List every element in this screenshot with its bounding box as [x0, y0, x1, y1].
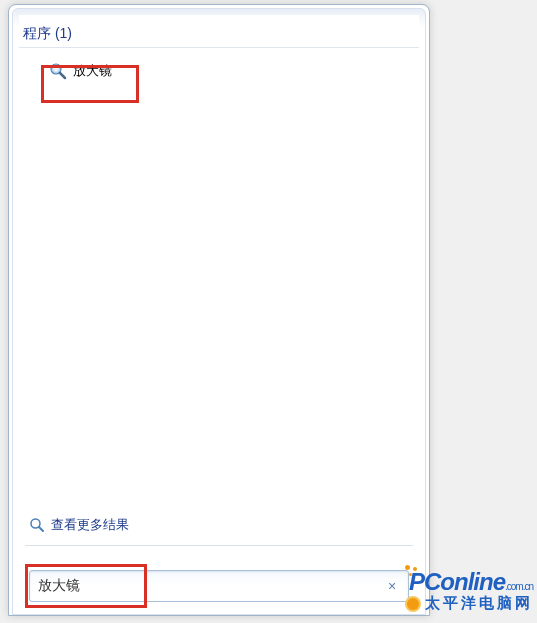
search-icon	[29, 517, 45, 533]
search-area: ×	[29, 570, 409, 602]
watermark-brand-text: PConline	[409, 568, 505, 595]
watermark-suffix: .com.cn	[505, 581, 533, 592]
result-item-magnifier[interactable]: 放大镜	[41, 56, 141, 86]
see-more-results-label: 查看更多结果	[51, 516, 129, 534]
section-header-programs: 程序 (1)	[19, 15, 419, 48]
search-input[interactable]	[38, 578, 384, 594]
results-area: 程序 (1) 放大镜	[19, 15, 419, 539]
magnifier-icon	[49, 62, 67, 80]
see-more-results-link[interactable]: 查看更多结果	[29, 516, 129, 534]
result-item-label: 放大镜	[73, 62, 112, 80]
start-menu-panel: 程序 (1) 放大镜 查看更多结果	[8, 4, 430, 616]
panel-inner: 程序 (1) 放大镜 查看更多结果	[12, 8, 426, 615]
svg-point-1	[53, 66, 60, 73]
search-box[interactable]: ×	[29, 570, 409, 602]
svg-line-2	[60, 73, 65, 78]
clear-search-button[interactable]: ×	[384, 578, 400, 594]
watermark: PConline.com.cn 太平洋电脑网	[407, 568, 533, 613]
divider	[25, 545, 413, 546]
watermark-brand: PConline.com.cn	[407, 568, 533, 596]
watermark-subtitle: 太平洋电脑网	[407, 594, 533, 613]
svg-line-4	[39, 527, 43, 531]
